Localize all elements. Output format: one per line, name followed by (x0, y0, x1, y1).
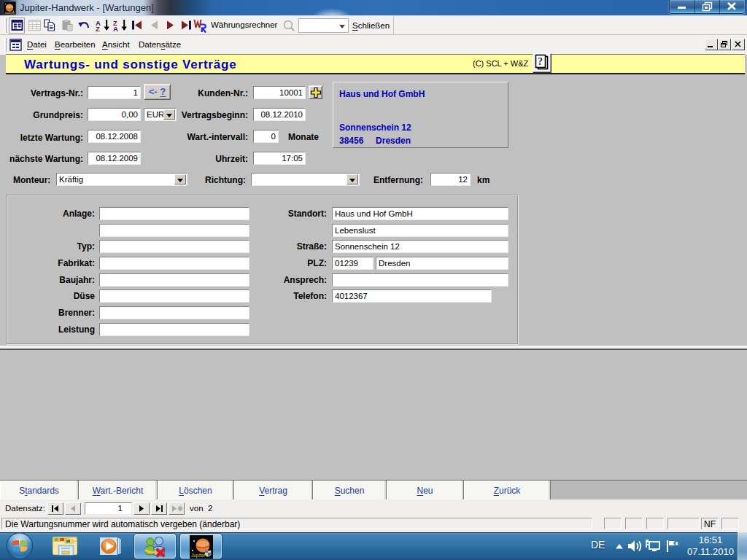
svg-text:Z: Z (96, 25, 100, 32)
svg-text:A: A (113, 25, 118, 32)
svg-text:?: ? (538, 56, 543, 67)
svg-text:Jupiter-HW: Jupiter-HW (5, 12, 15, 15)
svg-text:Jupiter: Jupiter (191, 553, 206, 559)
